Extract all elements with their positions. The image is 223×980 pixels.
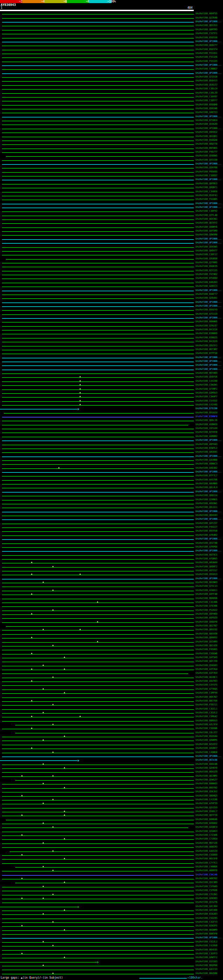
hit-row[interactable]: UniRef100_C1E406 (0, 600, 223, 604)
hit-row[interactable]: UniRef100_B8N646 (0, 817, 223, 821)
hit-row[interactable]: UniRef100_Q3UB50 (0, 256, 223, 260)
hit-row[interactable]: UniRef100_B2YI25 (0, 268, 223, 272)
hit-row[interactable]: UniRef100_Q66LY6 (0, 418, 223, 422)
hit-row[interactable]: UniRef100_A6ZWC1 (0, 675, 223, 679)
hit-row[interactable]: UniRef100_UPI000... (0, 509, 223, 513)
hit-row[interactable]: UniRef100_B2B802 (0, 821, 223, 825)
hit-row[interactable]: UniRef100_UPI000... (0, 363, 223, 367)
hit-row[interactable]: UniRef100_Q65353 (0, 24, 223, 27)
hit-row[interactable]: UniRef100_Q80477 (0, 249, 223, 253)
hit-row[interactable]: UniRef100_A9RDR2 (0, 434, 223, 438)
hit-row[interactable]: UniRef100_B7PFS8 (0, 352, 223, 355)
hit-row[interactable]: UniRef100_P47962 (0, 272, 223, 276)
hit-row[interactable]: UniRef100_C1H8E8 (0, 189, 223, 193)
hit-row[interactable]: UniRef100_Q1U0D8 (0, 458, 223, 462)
hit-row[interactable]: UniRef100_Q6FJY0 (0, 659, 223, 663)
hit-row[interactable]: UniRef100_P52822 (0, 608, 223, 612)
hit-row[interactable]: UniRef100_A8UNN9 (0, 482, 223, 486)
hit-row[interactable]: UniRef100_Q5E1B9 (0, 881, 223, 885)
hit-row[interactable]: UniRef100_Q6EE83 (0, 514, 223, 517)
hit-row[interactable]: UniRef100_Q75C13 (0, 584, 223, 588)
hit-row[interactable]: UniRef100_A9TCG7 (0, 569, 223, 573)
hit-row[interactable]: UniRef100_Q56FG6 (0, 375, 223, 379)
hit-row[interactable]: UniRef100_UPI000... (0, 936, 223, 940)
hit-row[interactable]: UniRef100_B8NTP0 (0, 932, 223, 936)
hit-row[interactable]: UniRef100_UPI000... (0, 162, 223, 166)
hit-row[interactable]: UniRef100_A9PF48 (0, 592, 223, 596)
hit-row[interactable]: UniRef100_C4Y475 (0, 683, 223, 687)
hit-row[interactable]: UniRef100_Q58DW5 (0, 154, 223, 158)
hit-row[interactable]: UniRef100_A3A011 (0, 588, 223, 592)
hit-row[interactable]: UniRef100_C5DEW6 (0, 651, 223, 655)
hit-row[interactable]: UniRef100_Q38NU5 (0, 498, 223, 501)
hit-row[interactable]: UniRef100_Q61QB1 (0, 134, 223, 138)
hit-row[interactable]: UniRef100_B5D1T4 (0, 47, 223, 51)
hit-row[interactable]: UniRef100_A7QWV5 (0, 557, 223, 561)
hit-row[interactable]: UniRef100_UPI000... (0, 537, 223, 541)
hit-row[interactable]: UniRef100_A75119 (0, 312, 223, 316)
hit-row[interactable]: UniRef100_B6QWM9 (0, 928, 223, 932)
hit-row[interactable]: UniRef100_UPI000... (0, 241, 223, 245)
hit-row[interactable]: UniRef100_Q66NT2 (0, 565, 223, 568)
hit-row[interactable]: UniRef100_Q9HVG2 (0, 130, 223, 134)
hit-row[interactable]: UniRef100_UPI000... (0, 205, 223, 209)
hit-row[interactable]: UniRef100_Q7RL67 (0, 324, 223, 328)
hit-row[interactable]: UniRef100_Q4KTI3 (0, 111, 223, 115)
hit-row[interactable]: UniRef100_UPI000... (0, 178, 223, 181)
hit-row[interactable]: UniRef100_B0CYS8 (0, 699, 223, 703)
hit-row[interactable]: UniRef100_B6S3F0 (0, 857, 223, 861)
hit-row[interactable]: UniRef100_B3NO25 (0, 336, 223, 339)
hit-row[interactable]: UniRef100_Q8L4L4 (0, 486, 223, 490)
hit-row[interactable]: UniRef100_C1BED7 (0, 174, 223, 178)
hit-row[interactable]: UniRef100_UPI000... (0, 360, 223, 363)
hit-row[interactable]: UniRef100_A0HP55 (0, 12, 223, 16)
hit-row[interactable]: UniRef100_B6H5B8 (0, 971, 223, 975)
hit-row[interactable]: UniRef100_UPI000... (0, 754, 223, 758)
hit-row[interactable]: UniRef100_Q6C4Z8 (0, 644, 223, 648)
hit-row[interactable]: UniRef100_Q5KJU2 (0, 790, 223, 794)
hit-row[interactable]: UniRef100_B6H1Z9 (0, 770, 223, 774)
hit-row[interactable]: UniRef100_Q2N1B3 (0, 897, 223, 900)
hit-row[interactable]: UniRef100_P09895 (0, 170, 223, 173)
hit-row[interactable]: UniRef100_UPI000... (0, 367, 223, 371)
hit-row[interactable]: UniRef100_C1BPX2 (0, 209, 223, 213)
hit-row[interactable]: UniRef100_UPI000... (0, 576, 223, 580)
hit-row[interactable]: UniRef100_A5DL86 (0, 762, 223, 766)
hit-row[interactable]: UniRef100_B75DE4 (0, 119, 223, 123)
hit-row[interactable]: UniRef100_B4JQ19 (0, 340, 223, 344)
hit-row[interactable]: UniRef100_P46777 (0, 150, 223, 154)
hit-row[interactable]: UniRef100_Q627B7 (0, 624, 223, 628)
hit-row[interactable]: UniRef100_A9PH43 (0, 442, 223, 446)
hit-row[interactable]: UniRef100_C4QWU8 (0, 750, 223, 754)
hit-row[interactable]: UniRef100_UPI000... (0, 63, 223, 67)
hit-row[interactable]: UniRef100_Q2UI59 (0, 805, 223, 809)
hit-row[interactable]: UniRef100_B8NK63 (0, 782, 223, 786)
hit-row[interactable]: UniRef100_Q4UDE7 (0, 746, 223, 750)
hit-row[interactable]: UniRef100_B4JV18 (0, 328, 223, 332)
hit-row[interactable]: UniRef100_Q5R346 (0, 107, 223, 111)
hit-row[interactable]: UniRef100_B8M9S3 (0, 719, 223, 722)
hit-row[interactable]: UniRef100_B5DQH0 (0, 103, 223, 107)
hit-row[interactable]: UniRef100_A9P829 (0, 616, 223, 620)
hit-row[interactable]: UniRef100_UPI000... (0, 517, 223, 521)
hit-row[interactable]: UniRef100_Q4FZ37 (0, 521, 223, 525)
hit-row[interactable]: UniRef100_Q55276 (0, 900, 223, 904)
hit-row[interactable]: UniRef100_Q8MTM3 (0, 27, 223, 31)
hit-row[interactable]: UniRef100_UPI000... (0, 71, 223, 75)
hit-row[interactable]: UniRef100_Q0D0Q3 (0, 794, 223, 797)
hit-row[interactable]: UniRef100_Q5KG03 (0, 663, 223, 667)
hit-row[interactable]: UniRef100_C3ZTF1 (0, 32, 223, 35)
hit-row[interactable]: UniRef100_Q2H6Y0 (0, 766, 223, 770)
hit-row[interactable]: UniRef100_Q7PL48 (0, 213, 223, 217)
hit-row[interactable]: UniRef100_C1GCL1 (0, 707, 223, 711)
hit-row[interactable]: UniRef100_UPI000... (0, 126, 223, 130)
hit-row[interactable]: UniRef100_Q4D1N2 (0, 466, 223, 470)
hit-row[interactable]: UniRef100_Q4P5H9 (0, 655, 223, 659)
hit-row[interactable]: UniRef100_UPI000... (0, 40, 223, 43)
hit-row[interactable]: UniRef100_C4WBG7 (0, 67, 223, 71)
hit-row[interactable]: UniRef100_Q5WGZ7 (0, 778, 223, 782)
hit-row[interactable]: UniRef100_C7YTC1 (0, 861, 223, 865)
hit-row[interactable]: UniRef100_B0FWK5 (0, 146, 223, 150)
hit-row[interactable]: UniRef100_B2VXY2 (0, 742, 223, 746)
hit-row[interactable]: UniRef100_C5DGN6 (0, 727, 223, 730)
